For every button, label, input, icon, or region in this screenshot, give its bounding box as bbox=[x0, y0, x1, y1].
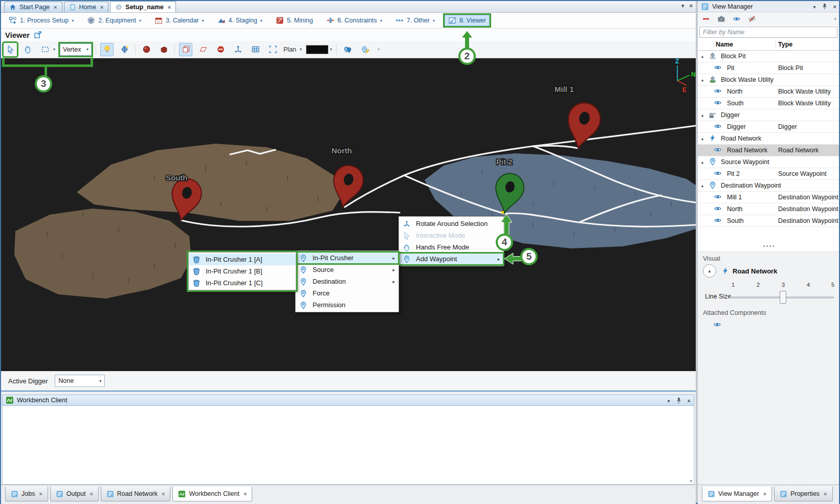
close-icon[interactable]: × bbox=[690, 3, 693, 9]
background-color-swatch[interactable] bbox=[306, 45, 328, 54]
active-digger-select[interactable]: None ▾ bbox=[55, 375, 105, 387]
eye-icon[interactable] bbox=[714, 99, 726, 108]
ribbon-item-1-process-setup[interactable]: 1. Process Setup▾ bbox=[5, 15, 77, 26]
menu-item-destination[interactable]: Destination▸ bbox=[296, 276, 399, 287]
show-waypoints-button[interactable] bbox=[341, 43, 354, 56]
close-icon[interactable]: × bbox=[168, 4, 171, 10]
close-icon[interactable]: × bbox=[162, 491, 165, 497]
close-icon[interactable]: × bbox=[100, 4, 103, 10]
filter-input[interactable] bbox=[699, 27, 837, 38]
hide-all-icon[interactable] bbox=[748, 15, 756, 23]
eye-icon[interactable] bbox=[714, 63, 726, 73]
remove-icon[interactable] bbox=[702, 15, 710, 23]
menu-item-source[interactable]: Source▸ bbox=[296, 264, 399, 276]
eye-icon[interactable] bbox=[714, 204, 726, 214]
tab-road-network[interactable]: Road Network× bbox=[101, 487, 171, 501]
chevron-down-icon[interactable]: ▾ bbox=[53, 47, 55, 52]
ribbon-item-7-other[interactable]: 7. Other▾ bbox=[392, 15, 438, 26]
close-icon[interactable]: × bbox=[244, 491, 247, 497]
viewer-canvas[interactable]: South North Mill 1 Pit 2 Z N E bbox=[1, 58, 696, 371]
ribbon-item-3-calendar[interactable]: 3. Calendar▾ bbox=[151, 15, 208, 26]
close-icon[interactable]: × bbox=[688, 398, 691, 404]
ribbon-item-2-equipment[interactable]: 2. Equipment▾ bbox=[83, 15, 145, 26]
eye-icon[interactable] bbox=[714, 169, 726, 179]
camera-icon[interactable] bbox=[717, 15, 725, 23]
point-display-button[interactable] bbox=[214, 43, 227, 56]
pin-panel-icon[interactable] bbox=[821, 3, 829, 11]
zoom-fit-button[interactable] bbox=[266, 43, 279, 56]
tree-group-road-network[interactable]: ▴Road Network bbox=[698, 133, 839, 145]
show-all-icon[interactable] bbox=[733, 15, 741, 23]
tab-output[interactable]: Output× bbox=[50, 487, 99, 501]
ribbon-item-4-staging[interactable]: 4. Staging▾ bbox=[214, 15, 266, 26]
ribbon-item-6-constraints[interactable]: 6. Constraints▾ bbox=[323, 15, 386, 26]
close-icon[interactable]: × bbox=[90, 491, 93, 497]
close-icon[interactable]: × bbox=[824, 491, 827, 497]
tree-item-north[interactable]: NorthBlock Waste Utility bbox=[698, 86, 839, 98]
pop-out-icon[interactable] bbox=[34, 31, 42, 39]
collapse-icon[interactable]: ▴ bbox=[701, 113, 709, 118]
close-icon[interactable]: × bbox=[39, 491, 42, 497]
pan-tool-button[interactable] bbox=[21, 43, 34, 56]
doc-tab-home[interactable]: Home× bbox=[64, 2, 109, 12]
vertex-dropdown[interactable]: Vertex▾ bbox=[60, 43, 92, 56]
menu-item-in-pit-crusher-1-a[interactable]: In-Pit Crusher 1 [A] bbox=[189, 254, 296, 265]
shading-button[interactable] bbox=[118, 43, 131, 56]
collapse-icon[interactable]: ▾ bbox=[813, 4, 816, 10]
collapse-icon[interactable]: ▾ bbox=[681, 3, 684, 9]
scroll-down-icon[interactable]: ▾ bbox=[690, 478, 692, 484]
marquee-select-button[interactable] bbox=[38, 43, 52, 56]
tree-group-block-waste-utility[interactable]: ▴Block Waste Utility bbox=[698, 74, 839, 86]
pin-mill-1[interactable] bbox=[562, 100, 603, 151]
eye-icon[interactable] bbox=[714, 193, 726, 202]
ribbon-item-5-mining[interactable]: 5. Mining bbox=[272, 15, 317, 26]
eye-icon[interactable] bbox=[714, 122, 726, 132]
close-icon[interactable]: × bbox=[833, 4, 836, 10]
eye-icon[interactable] bbox=[714, 87, 726, 97]
doc-tab-start-page[interactable]: Start Page× bbox=[4, 2, 62, 12]
tree-group-destination-waypoint[interactable]: ▴Destination Waypoint bbox=[698, 180, 839, 192]
collapse-icon[interactable]: ▾ bbox=[668, 398, 670, 404]
eye-icon[interactable] bbox=[714, 216, 726, 226]
tab-view-manager[interactable]: View Manager× bbox=[702, 487, 772, 501]
edit-waypoints-button[interactable] bbox=[358, 43, 371, 56]
slider-thumb[interactable] bbox=[780, 291, 786, 304]
collapse-icon[interactable]: ▴ bbox=[701, 54, 709, 59]
tree-group-source-waypoint[interactable]: ▴Source Waypoint bbox=[698, 156, 839, 168]
visibility-icon[interactable] bbox=[713, 320, 721, 329]
tree-item-south[interactable]: SouthDestination Waypoint bbox=[698, 215, 839, 227]
tree-item-south[interactable]: SouthBlock Waste Utility bbox=[698, 98, 839, 109]
tree-group-digger[interactable]: ▴Digger bbox=[698, 109, 839, 121]
tree-item-pit[interactable]: PitBlock Pit bbox=[698, 62, 839, 74]
column-type[interactable]: Type bbox=[776, 41, 792, 48]
menu-item-rotate-around-selection[interactable]: Rotate Around Selection bbox=[399, 218, 503, 230]
collapse-icon[interactable]: ▴ bbox=[701, 184, 709, 188]
tree-item-pit-2[interactable]: Pit 2Source Waypoint bbox=[698, 168, 839, 180]
overflow-icon[interactable]: ▾ bbox=[834, 16, 836, 21]
ribbon-item-8-viewer[interactable]: 8. Viewer2 bbox=[445, 15, 490, 26]
pin-panel-icon[interactable] bbox=[675, 397, 683, 405]
column-name[interactable]: Name bbox=[713, 41, 776, 48]
menu-item-permission[interactable]: Permission bbox=[296, 299, 399, 311]
close-icon[interactable]: × bbox=[54, 4, 57, 10]
menu-item-in-pit-crusher-1-b[interactable]: In-Pit Crusher 1 [B] bbox=[189, 265, 296, 277]
collapse-button[interactable]: ▲ bbox=[703, 264, 716, 278]
close-icon[interactable]: × bbox=[763, 491, 766, 497]
menu-item-in-pit-crusher[interactable]: In-Pit Crusher▸ bbox=[296, 252, 399, 264]
tree-item-mill-1[interactable]: Mill 1Destination Waypoint bbox=[698, 192, 839, 203]
eye-icon[interactable] bbox=[714, 146, 726, 155]
menu-item-add-waypoint[interactable]: Add Waypoint▸ bbox=[399, 253, 503, 265]
tree-item-north[interactable]: NorthDestination Waypoint bbox=[698, 203, 839, 215]
show-spheres-button[interactable] bbox=[140, 43, 153, 56]
section-grip[interactable] bbox=[698, 242, 839, 249]
tree-group-block-pit[interactable]: ▴Block Pit bbox=[698, 51, 839, 62]
collapse-icon[interactable]: ▴ bbox=[701, 78, 709, 82]
box-clip-button[interactable] bbox=[179, 43, 192, 56]
chevron-down-icon[interactable]: ▾ bbox=[330, 47, 332, 52]
lighting-button[interactable] bbox=[100, 43, 114, 56]
tree-item-digger[interactable]: DiggerDigger bbox=[698, 121, 839, 133]
select-tool-button[interactable] bbox=[4, 43, 17, 56]
doc-tab-setup-name[interactable]: Setup_name× bbox=[110, 1, 176, 12]
menu-item-hands-free-mode[interactable]: Hands Free Mode bbox=[399, 241, 503, 253]
tab-jobs[interactable]: Jobs× bbox=[5, 487, 48, 501]
